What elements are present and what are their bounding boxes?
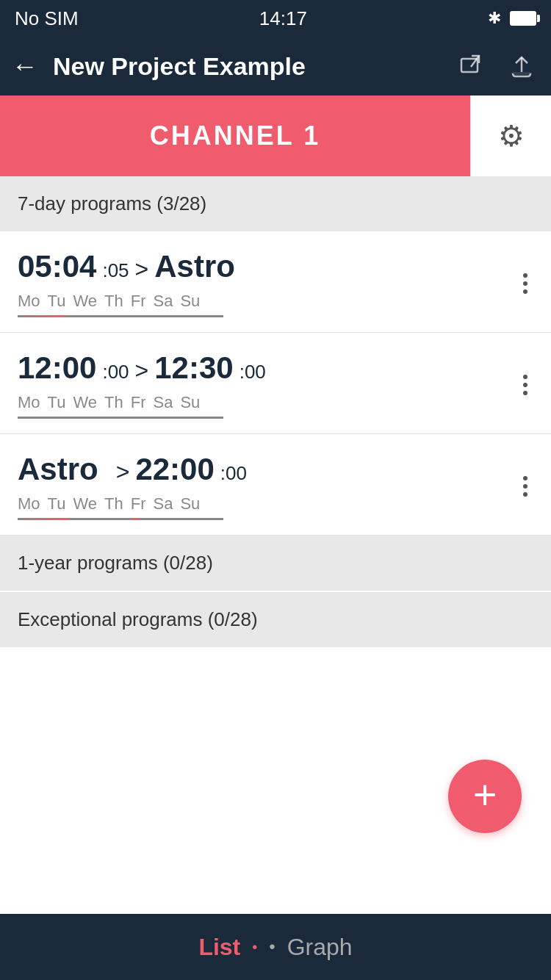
- program-2-end-seconds: :00: [240, 361, 266, 383]
- day-sa: Sa: [153, 292, 173, 311]
- day-fr: Fr: [131, 292, 146, 311]
- day-mo: Mo: [18, 292, 40, 311]
- day-th: Th: [104, 393, 123, 412]
- program-2-more-button[interactable]: [517, 369, 533, 401]
- channel-header: CHANNEL 1: [0, 96, 470, 176]
- bluetooth-icon: ✱: [488, 9, 501, 28]
- back-button[interactable]: ←: [12, 51, 38, 82]
- more-dot: [523, 492, 527, 497]
- app-bar-actions: [454, 48, 539, 84]
- more-dot: [523, 375, 527, 379]
- program-3-content: Astro > 22:00:00 Mo Tu We Th Fr Sa Su: [18, 452, 517, 520]
- day-fr: Fr: [131, 393, 146, 412]
- program-2-days: Mo Tu We Th Fr Sa Su: [18, 393, 517, 412]
- day-th: Th: [104, 494, 123, 514]
- program-1-content: 05:04:05 > Astro Mo Tu We Th Fr Sa Su: [18, 249, 517, 317]
- program-1-time-row: 05:04:05 > Astro: [18, 249, 517, 284]
- program-item: 12:00:00 > 12:30:00 Mo Tu We Th Fr Sa Su: [0, 333, 551, 434]
- svg-rect-2: [511, 72, 532, 75]
- day-tu: Tu: [48, 494, 66, 514]
- program-1-start-time: 05:04: [18, 249, 96, 284]
- day-su: Su: [180, 292, 200, 311]
- program-1-days: Mo Tu We Th Fr Sa Su: [18, 292, 517, 311]
- more-dot: [523, 281, 527, 286]
- tab-list[interactable]: List: [198, 934, 240, 961]
- day-sa: Sa: [153, 393, 173, 412]
- exceptional-label: Exceptional programs (0/28): [18, 608, 258, 630]
- nav-dot-indicator: •: [252, 939, 257, 956]
- program-1-day-indicator: [18, 315, 223, 317]
- settings-icon: ⚙: [498, 119, 525, 153]
- empty-space: [0, 647, 551, 779]
- one-year-label: 1-year programs (0/28): [18, 552, 213, 574]
- seven-day-label: 7-day programs (3/28): [18, 192, 206, 215]
- day-mo: Mo: [18, 494, 40, 514]
- program-3-time-row: Astro > 22:00:00: [18, 452, 517, 487]
- time-label: 14:17: [259, 7, 307, 30]
- day-tu: Tu: [48, 292, 66, 311]
- add-program-fab[interactable]: +: [448, 760, 522, 833]
- channel-settings-button[interactable]: ⚙: [470, 96, 551, 176]
- program-2-day-indicator: [18, 417, 223, 419]
- day-mo: Mo: [18, 393, 40, 412]
- program-2-start-time: 12:00: [18, 350, 96, 386]
- nav-separator: •: [269, 937, 275, 957]
- add-icon: +: [473, 774, 497, 815]
- day-sa: Sa: [153, 494, 173, 514]
- program-2-content: 12:00:00 > 12:30:00 Mo Tu We Th Fr Sa Su: [18, 350, 517, 419]
- more-dot: [523, 383, 527, 387]
- program-1-destination: Astro: [154, 249, 235, 284]
- program-3-day-indicator: [18, 518, 223, 520]
- bottom-nav: List • • Graph: [0, 914, 551, 980]
- app-bar: ← New Project Example: [0, 37, 551, 96]
- day-tu: Tu: [48, 393, 66, 412]
- program-3-end-time: 22:00: [135, 452, 214, 487]
- day-we: We: [73, 292, 97, 311]
- program-1-more-button[interactable]: [517, 267, 533, 300]
- program-1-arrow: >: [135, 256, 149, 283]
- program-item: Astro > 22:00:00 Mo Tu We Th Fr Sa Su: [0, 434, 551, 536]
- tab-graph[interactable]: Graph: [287, 934, 353, 961]
- more-dot: [523, 484, 527, 489]
- link-icon[interactable]: [454, 48, 489, 84]
- day-th: Th: [104, 292, 123, 311]
- battery-icon: [510, 11, 536, 26]
- program-3-end-seconds: :00: [220, 462, 247, 485]
- more-dot: [523, 289, 527, 294]
- day-we: We: [73, 393, 97, 412]
- program-list: 05:04:05 > Astro Mo Tu We Th Fr Sa Su: [0, 231, 551, 536]
- more-dot: [523, 391, 527, 395]
- more-dot: [523, 273, 527, 278]
- status-bar: No SIM 14:17 ✱: [0, 0, 551, 37]
- day-we: We: [73, 494, 97, 514]
- day-su: Su: [180, 393, 200, 412]
- program-3-more-button[interactable]: [517, 470, 533, 502]
- one-year-section-header: 1-year programs (0/28): [0, 536, 551, 591]
- more-dot: [523, 476, 527, 480]
- exceptional-section-header: Exceptional programs (0/28): [0, 592, 551, 647]
- status-icons: ✱: [488, 9, 536, 28]
- program-3-days: Mo Tu We Th Fr Sa Su: [18, 494, 517, 514]
- content-area: CHANNEL 1 ⚙ 7-day programs (3/28) 05:04:…: [0, 96, 551, 914]
- carrier-label: No SIM: [15, 7, 79, 30]
- day-fr: Fr: [131, 494, 146, 514]
- seven-day-section-header: 7-day programs (3/28): [0, 176, 551, 231]
- program-2-time-row: 12:00:00 > 12:30:00: [18, 350, 517, 386]
- page-title: New Project Example: [53, 52, 454, 81]
- program-3-source: Astro: [18, 452, 98, 487]
- channel-title: CHANNEL 1: [150, 120, 320, 151]
- channel-row: CHANNEL 1 ⚙: [0, 96, 551, 176]
- program-2-end-time: 12:30: [154, 350, 233, 386]
- upload-icon[interactable]: [504, 48, 539, 84]
- day-su: Su: [180, 494, 200, 514]
- program-3-arrow: >: [116, 458, 130, 486]
- program-2-arrow: >: [135, 357, 149, 384]
- program-2-start-seconds: :00: [102, 361, 129, 383]
- program-1-seconds: :05: [102, 259, 129, 282]
- program-item: 05:04:05 > Astro Mo Tu We Th Fr Sa Su: [0, 231, 551, 333]
